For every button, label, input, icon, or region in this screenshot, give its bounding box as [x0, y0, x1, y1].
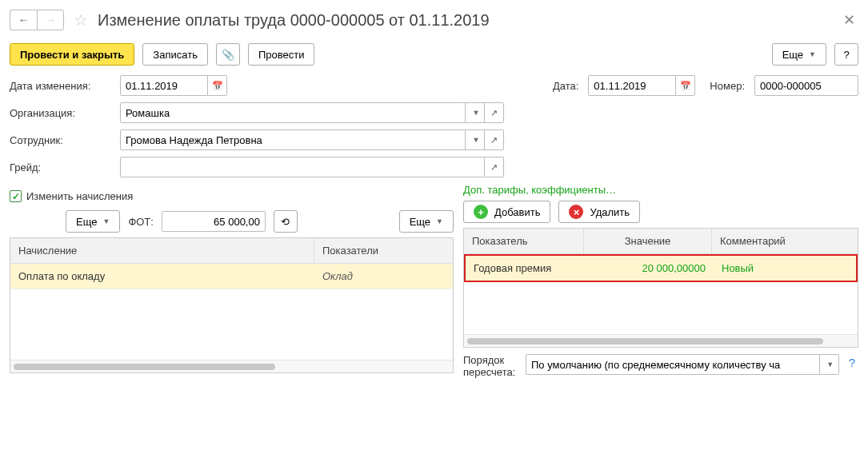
close-button[interactable]: ✕	[840, 8, 858, 32]
change-date-label: Дата изменения:	[10, 80, 114, 92]
horizontal-scrollbar[interactable]	[464, 334, 858, 347]
table-row[interactable]: Годовая премия 20 000,00000 Новый	[464, 254, 858, 282]
indicator-name-cell: Годовая премия	[466, 256, 586, 281]
favorite-star-icon[interactable]: ☆	[74, 10, 88, 30]
paperclip-icon: 📎	[222, 49, 234, 61]
table-row[interactable]: Оплата по окладу Оклад	[10, 264, 453, 289]
chevron-down-icon: ▼	[102, 217, 110, 225]
nav-forward-button[interactable]: →	[37, 10, 64, 30]
change-accruals-label: Изменить начисления	[26, 190, 133, 202]
org-dropdown-button[interactable]: ▼	[466, 102, 485, 123]
page-title: Изменение оплаты труда 0000-000005 от 01…	[98, 11, 834, 30]
post-and-close-button[interactable]: Провести и закрыть	[10, 43, 134, 66]
arrow-right-icon: →	[45, 14, 56, 26]
change-accruals-checkbox[interactable]: ✓	[10, 190, 22, 202]
col-accrual-header[interactable]: Начисление	[10, 238, 314, 263]
col-comment-header[interactable]: Комментарий	[712, 229, 858, 253]
indicator-comment-cell: Новый	[714, 256, 856, 281]
arrow-left-icon: ←	[18, 14, 30, 26]
chevron-down-icon: ▼	[436, 217, 443, 225]
grade-open-button[interactable]: ↗	[485, 157, 504, 177]
refresh-icon: ⟲	[281, 216, 290, 228]
org-open-button[interactable]: ↗	[485, 102, 504, 123]
change-date-input[interactable]	[120, 75, 208, 96]
recalc-label: Порядок пересчета:	[463, 354, 519, 378]
save-button[interactable]: Записать	[142, 43, 208, 66]
chevron-down-icon: ▼	[473, 109, 480, 117]
left-more2-button[interactable]: Еще▼	[399, 210, 454, 233]
extra-tariffs-link[interactable]: Доп. тарифы, коэффициенты…	[463, 184, 616, 196]
accrual-cell: Оплата по окладу	[10, 264, 314, 289]
chevron-down-icon: ▼	[826, 360, 834, 368]
left-more-button[interactable]: Еще▼	[66, 210, 120, 233]
x-icon: ×	[569, 205, 583, 219]
indicator-cell: Оклад	[314, 264, 453, 289]
attach-button[interactable]: 📎	[216, 43, 240, 66]
col-indicators-header[interactable]: Показатели	[314, 238, 453, 263]
open-icon: ↗	[490, 108, 498, 118]
chevron-down-icon: ▼	[809, 50, 816, 58]
date-input[interactable]	[588, 75, 676, 96]
number-input[interactable]	[754, 75, 858, 96]
grade-input[interactable]	[120, 157, 485, 177]
delete-button[interactable]: × Удалить	[558, 201, 640, 223]
chevron-down-icon: ▼	[473, 136, 480, 144]
fot-input[interactable]	[162, 211, 266, 232]
refresh-button[interactable]: ⟲	[274, 210, 298, 233]
col-value-header[interactable]: Значение	[584, 229, 712, 253]
change-date-calendar-button[interactable]: 📅	[208, 75, 227, 96]
accruals-table: Начисление Показатели Оплата по окладу О…	[10, 237, 454, 373]
employee-label: Сотрудник:	[10, 134, 114, 146]
employee-dropdown-button[interactable]: ▼	[466, 129, 485, 150]
recalc-select[interactable]	[526, 354, 820, 375]
add-button[interactable]: + Добавить	[463, 201, 550, 223]
recalc-dropdown-button[interactable]: ▼	[820, 354, 839, 375]
post-button[interactable]: Провести	[248, 43, 315, 66]
fot-label: ФОТ:	[128, 216, 154, 228]
employee-open-button[interactable]: ↗	[485, 129, 504, 150]
org-label: Организация:	[10, 107, 114, 119]
indicators-table: Показатель Значение Комментарий Годовая …	[463, 228, 858, 348]
open-icon: ↗	[490, 135, 498, 145]
help-button[interactable]: ?	[834, 43, 858, 66]
plus-icon: +	[474, 205, 488, 219]
recalc-help-button[interactable]: ?	[846, 354, 858, 371]
number-label: Номер:	[710, 80, 745, 92]
col-indicator-header[interactable]: Показатель	[464, 229, 584, 253]
horizontal-scrollbar[interactable]	[10, 360, 453, 372]
more-button[interactable]: Еще▼	[772, 43, 826, 66]
calendar-icon: 📅	[212, 81, 223, 91]
date-label: Дата:	[553, 80, 578, 92]
org-input[interactable]	[120, 102, 466, 123]
employee-input[interactable]	[120, 129, 466, 150]
nav-back-button[interactable]: ←	[10, 10, 37, 30]
grade-label: Грейд:	[10, 161, 114, 173]
calendar-icon: 📅	[680, 81, 691, 91]
date-calendar-button[interactable]: 📅	[676, 75, 695, 96]
indicator-value-cell: 20 000,00000	[586, 256, 714, 281]
open-icon: ↗	[490, 162, 498, 173]
